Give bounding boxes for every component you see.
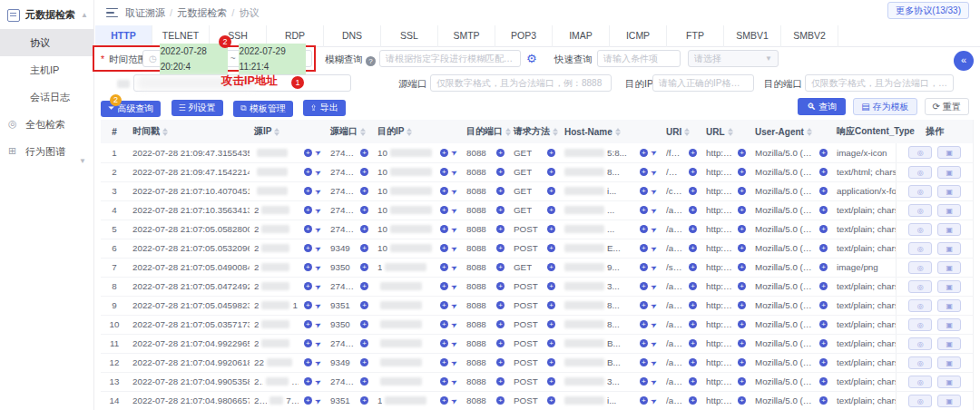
add-filter-icon[interactable]: +: [819, 339, 828, 347]
pivot-icon[interactable]: ➤: [449, 395, 459, 405]
pivot-icon[interactable]: ➤: [449, 204, 459, 215]
pivot-icon[interactable]: ➤: [313, 242, 323, 253]
pivot-icon[interactable]: ➤: [649, 204, 659, 215]
add-filter-icon[interactable]: +: [440, 149, 448, 157]
view-detail-button[interactable]: ◎: [908, 223, 932, 236]
add-filter-icon[interactable]: +: [440, 225, 448, 233]
add-filter-icon[interactable]: +: [689, 244, 697, 252]
add-filter-icon[interactable]: +: [819, 320, 828, 328]
add-filter-icon[interactable]: +: [819, 149, 828, 157]
add-filter-icon[interactable]: +: [496, 149, 505, 157]
pivot-icon[interactable]: ➤: [313, 261, 323, 272]
save-template-button[interactable]: ▤存为模板: [853, 98, 916, 115]
add-filter-icon[interactable]: +: [738, 396, 746, 405]
pivot-icon[interactable]: ➤: [449, 166, 459, 177]
add-filter-icon[interactable]: +: [360, 168, 368, 176]
breadcrumb-root[interactable]: 取证溯源: [125, 7, 165, 18]
sort-icon[interactable]: [553, 128, 558, 136]
pivot-icon[interactable]: ➤: [313, 185, 323, 196]
pivot-icon[interactable]: ➤: [449, 318, 459, 329]
add-filter-icon[interactable]: +: [440, 320, 448, 328]
pivot-icon[interactable]: ➤: [649, 147, 659, 158]
source-port-input[interactable]: 仅限数字格式，且为合法端口，例：8888: [430, 74, 612, 92]
pivot-icon[interactable]: ➤: [649, 261, 659, 272]
pivot-icon[interactable]: ➤: [649, 280, 659, 291]
add-filter-icon[interactable]: +: [304, 149, 312, 157]
sort-icon[interactable]: [728, 128, 733, 136]
add-filter-icon[interactable]: +: [304, 320, 312, 328]
pivot-icon[interactable]: ➤: [313, 280, 323, 291]
tab-ftp[interactable]: FTP: [667, 25, 724, 47]
add-filter-icon[interactable]: +: [360, 149, 368, 157]
add-filter-icon[interactable]: +: [640, 244, 648, 252]
fuzzy-query-input[interactable]: 请根据指定字段进行模糊匹配查询: [379, 50, 521, 67]
sidebar-item-session-log[interactable]: 会话日志: [0, 83, 93, 111]
add-filter-icon[interactable]: +: [360, 339, 368, 347]
add-filter-icon[interactable]: +: [304, 187, 312, 195]
breadcrumb-mid[interactable]: 元数据检索: [177, 7, 227, 18]
pivot-icon[interactable]: ➤: [649, 166, 659, 177]
pivot-icon[interactable]: ➤: [649, 356, 659, 367]
add-filter-icon[interactable]: +: [640, 339, 648, 347]
add-filter-icon[interactable]: +: [819, 301, 828, 309]
column-header-7[interactable]: Host-Name: [560, 120, 662, 143]
add-filter-icon[interactable]: +: [496, 206, 505, 214]
sidebar-item-protocol[interactable]: 协议: [0, 29, 93, 56]
add-filter-icon[interactable]: +: [440, 377, 448, 386]
help-icon[interactable]: ?: [366, 56, 376, 66]
pivot-icon[interactable]: ➤: [649, 223, 659, 234]
tab-smbv1[interactable]: SMBV1: [724, 25, 781, 47]
view-detail-button[interactable]: ◎: [908, 376, 932, 388]
add-filter-icon[interactable]: +: [738, 263, 746, 271]
add-filter-icon[interactable]: +: [547, 396, 555, 405]
session-detail-button[interactable]: ▣: [937, 299, 961, 312]
pivot-icon[interactable]: ➤: [649, 337, 659, 348]
pivot-icon[interactable]: ➤: [313, 395, 323, 405]
add-filter-icon[interactable]: +: [738, 358, 746, 366]
add-filter-icon[interactable]: +: [360, 377, 368, 386]
add-filter-icon[interactable]: +: [738, 187, 746, 195]
pivot-icon[interactable]: ➤: [649, 185, 659, 196]
add-filter-icon[interactable]: +: [304, 168, 312, 176]
add-filter-icon[interactable]: +: [738, 149, 746, 157]
add-filter-icon[interactable]: +: [819, 206, 828, 214]
sort-icon[interactable]: [274, 128, 279, 136]
add-filter-icon[interactable]: +: [547, 244, 555, 252]
add-filter-icon[interactable]: +: [738, 168, 746, 176]
tab-pop3[interactable]: POP3: [495, 25, 553, 47]
add-filter-icon[interactable]: +: [304, 301, 312, 309]
add-filter-icon[interactable]: +: [738, 339, 746, 347]
add-filter-icon[interactable]: +: [304, 282, 312, 290]
search-button[interactable]: 🔍︎查询: [798, 98, 846, 115]
add-filter-icon[interactable]: +: [819, 396, 828, 405]
add-filter-icon[interactable]: +: [689, 396, 697, 405]
add-filter-icon[interactable]: +: [689, 358, 697, 366]
pivot-icon[interactable]: ➤: [649, 395, 659, 405]
column-header-5[interactable]: 目的端口: [462, 120, 509, 143]
collapse-panel-button[interactable]: «: [954, 51, 974, 71]
pivot-icon[interactable]: ➤: [313, 356, 323, 367]
add-filter-icon[interactable]: +: [819, 244, 828, 252]
tab-ssl[interactable]: SSL: [381, 25, 438, 47]
add-filter-icon[interactable]: +: [640, 396, 648, 405]
add-filter-icon[interactable]: +: [689, 282, 697, 290]
session-detail-button[interactable]: ▣: [937, 242, 961, 255]
session-detail-button[interactable]: ▣: [937, 185, 961, 198]
pivot-icon[interactable]: ➤: [449, 185, 459, 196]
session-detail-button[interactable]: ▣: [937, 376, 961, 388]
dest-ip-input[interactable]: 请输入正确的IP格式，例：127.0.0.1: [652, 74, 754, 92]
time-range-input[interactable]: ◷ 2022-07-28 20:20:4 ~ 2022-07-29 11:21:…: [142, 50, 312, 67]
add-filter-icon[interactable]: +: [819, 282, 828, 290]
gear-icon[interactable]: ⚙: [526, 52, 537, 65]
add-filter-icon[interactable]: +: [738, 244, 746, 252]
add-filter-icon[interactable]: +: [640, 377, 648, 386]
add-filter-icon[interactable]: +: [547, 377, 555, 386]
add-filter-icon[interactable]: +: [547, 301, 555, 309]
pivot-icon[interactable]: ➤: [449, 147, 459, 158]
column-header-9[interactable]: URL: [701, 120, 750, 143]
add-filter-icon[interactable]: +: [689, 168, 697, 176]
add-filter-icon[interactable]: +: [440, 301, 448, 309]
add-filter-icon[interactable]: +: [304, 358, 312, 366]
add-filter-icon[interactable]: +: [496, 168, 505, 176]
pivot-icon[interactable]: ➤: [313, 299, 323, 310]
